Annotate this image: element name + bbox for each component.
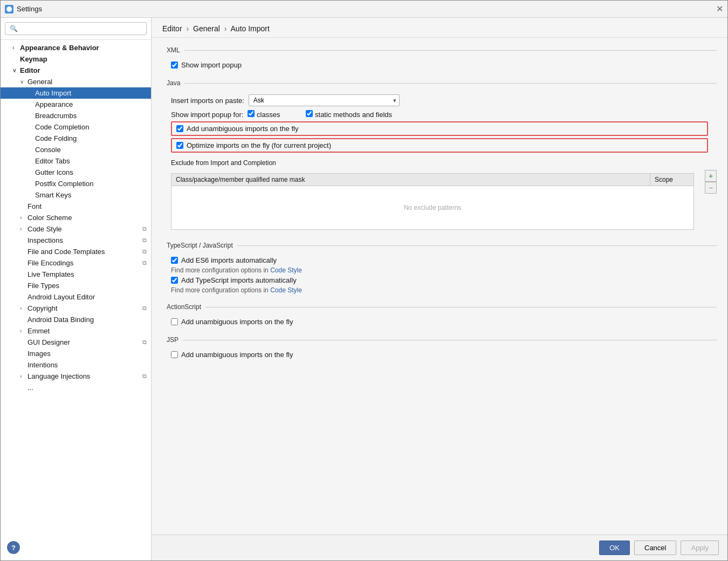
remove-exclude-button[interactable]: − [705,182,717,194]
sidebar-item-label: Images [28,350,147,358]
add-typescript-checkbox[interactable] [171,277,178,284]
sidebar-item-label: General [28,78,147,86]
add-exclude-button[interactable]: + [705,170,717,182]
breadcrumb: Editor › General › Auto Import [152,18,727,38]
sidebar-item-code-style[interactable]: › Code Style ⧉ [1,223,151,235]
exclude-table-body: No exclude patterns [171,186,693,229]
sidebar-item-color-scheme[interactable]: › Color Scheme [1,212,151,223]
typescript-section: TypeScript / JavaScript Add ES6 imports … [162,242,717,295]
sidebar-item-label: Language Injections [28,372,140,380]
sidebar-item-auto-import[interactable]: Auto Import [1,87,151,99]
copy-icon: ⧉ [142,305,147,312]
arrow-icon: › [20,305,28,311]
xml-show-import-popup-row: Show import popup [162,59,717,71]
help-button[interactable]: ? [7,541,20,554]
jsp-unambiguous-checkbox[interactable] [171,351,178,358]
sidebar-item-emmet[interactable]: › Emmet [1,325,151,337]
xml-show-import-popup-checkbox[interactable] [171,61,178,69]
jsp-unambiguous-label[interactable]: Add unambiguous imports on the fly [171,351,293,359]
classes-label[interactable]: classes [248,110,280,119]
sidebar-item-code-folding[interactable]: Code Folding [1,133,151,144]
sidebar-item-gutter-icons[interactable]: Gutter Icons [1,167,151,178]
sidebar-item-label: Intentions [28,361,147,369]
settings-window: Settings ✕ › Appearance & Behavior Keyma… [0,0,728,561]
sidebar-item-android-data-binding[interactable]: Android Data Binding [1,314,151,325]
sidebar-item-more[interactable]: ... [1,382,151,393]
app-icon [5,5,13,13]
arrow-icon: › [20,215,28,221]
copy-icon: ⧉ [142,237,147,244]
search-input[interactable] [5,22,147,35]
classes-checkbox[interactable] [248,110,255,117]
copy-icon: ⧉ [142,339,147,346]
sidebar-item-label: File Encodings [28,259,140,267]
breadcrumb-editor: Editor [162,24,182,33]
jsp-unambiguous-row: Add unambiguous imports on the fly [162,349,717,360]
find-more-es6-row: Find more configuration options in Code … [162,266,717,275]
cancel-button[interactable]: Cancel [634,541,676,555]
arrow-icon: › [20,373,28,379]
sidebar-item-file-code-templates[interactable]: File and Code Templates ⧉ [1,246,151,257]
xml-show-import-popup-label[interactable]: Show import popup [171,61,242,69]
sidebar: › Appearance & Behavior Keymap ∨ Editor … [1,18,152,560]
sidebar-item-general[interactable]: ∨ General [1,76,151,87]
sidebar-item-label: Code Folding [35,134,147,142]
code-style-link-ts[interactable]: Code Style [270,286,302,294]
sidebar-item-intentions[interactable]: Intentions [1,359,151,371]
close-button[interactable]: ✕ [716,4,723,14]
add-unambiguous-checkbox[interactable] [176,125,183,132]
main-content-area: › Appearance & Behavior Keymap ∨ Editor … [1,18,727,560]
sidebar-item-keymap[interactable]: Keymap [1,53,151,65]
static-methods-checkbox[interactable] [306,110,313,117]
sidebar-item-file-types[interactable]: File Types [1,280,151,291]
insert-imports-select[interactable]: Ask All None [249,94,400,106]
sidebar-item-label: Gutter Icons [35,168,147,176]
sidebar-item-copyright[interactable]: › Copyright ⧉ [1,303,151,314]
sidebar-item-postfix-completion[interactable]: Postfix Completion [1,178,151,189]
apply-button[interactable]: Apply [681,541,719,555]
sidebar-item-file-encodings[interactable]: File Encodings ⧉ [1,257,151,269]
sidebar-item-language-injections[interactable]: › Language Injections ⧉ [1,371,151,382]
sidebar-item-android-layout-editor[interactable]: Android Layout Editor [1,291,151,303]
sidebar-item-inspections[interactable]: Inspections ⧉ [1,235,151,246]
exclude-table: Class/package/member qualified name mask… [171,173,694,230]
actionscript-unambiguous-checkbox[interactable] [171,318,178,325]
sidebar-item-gui-designer[interactable]: GUI Designer ⧉ [1,337,151,348]
copy-icon: ⧉ [142,259,147,266]
ok-button[interactable]: OK [599,541,630,555]
sidebar-item-label: Console [35,146,147,154]
sidebar-item-editor[interactable]: ∨ Editor [1,65,151,76]
actionscript-unambiguous-label[interactable]: Add unambiguous imports on the fly [171,318,293,326]
breadcrumb-general: General [193,24,220,33]
sidebar-item-smart-keys[interactable]: Smart Keys [1,189,151,201]
sidebar-item-label: Android Layout Editor [28,293,147,301]
exclude-table-header: Class/package/member qualified name mask… [171,174,693,186]
sidebar-item-label: Code Completion [35,123,147,131]
exclude-section: Exclude from Import and Completion Class… [162,159,717,233]
add-typescript-label[interactable]: Add TypeScript imports automatically [171,276,297,284]
sidebar-item-label: Appearance [35,100,147,108]
copy-icon: ⧉ [142,225,147,232]
add-es6-row: Add ES6 imports automatically [162,255,717,266]
code-style-link-es6[interactable]: Code Style [270,266,302,274]
sidebar-item-console[interactable]: Console [1,144,151,155]
sidebar-item-editor-tabs[interactable]: Editor Tabs [1,155,151,167]
static-methods-label[interactable]: static methods and fields [306,110,392,119]
optimize-imports-checkbox[interactable] [176,142,183,149]
sidebar-item-live-templates[interactable]: Live Templates [1,269,151,280]
jsp-section-header: JSP [162,336,717,344]
arrow-icon: › [20,226,28,232]
sidebar-item-code-completion[interactable]: Code Completion [1,121,151,133]
add-es6-label[interactable]: Add ES6 imports automatically [171,256,277,264]
sidebar-item-appearance-behavior[interactable]: › Appearance & Behavior [1,42,151,53]
sidebar-item-label: Auto Import [35,89,147,97]
add-typescript-row: Add TypeScript imports automatically [162,275,717,286]
sidebar-item-font[interactable]: Font [1,201,151,212]
xml-section-header: XML [162,46,717,54]
sidebar-item-label: File Types [28,282,147,290]
sidebar-item-appearance[interactable]: Appearance [1,99,151,110]
add-es6-checkbox[interactable] [171,257,178,264]
col-name: Class/package/member qualified name mask [171,174,650,186]
sidebar-item-breadcrumbs[interactable]: Breadcrumbs [1,110,151,121]
sidebar-item-images[interactable]: Images [1,348,151,359]
